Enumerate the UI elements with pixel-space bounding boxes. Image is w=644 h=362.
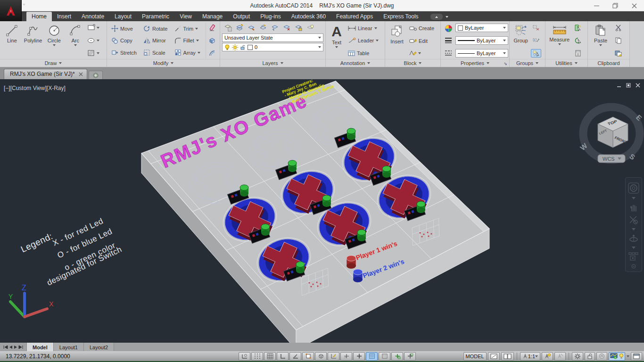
ribbon-tab-output[interactable]: Output (228, 12, 255, 21)
ellipse-button[interactable] (86, 36, 105, 45)
array-caret-icon[interactable] (198, 52, 200, 54)
table-button[interactable]: Table (347, 49, 380, 58)
layout2-tab[interactable]: Layout2 (84, 343, 114, 351)
ribbon-tab-view[interactable]: View (174, 12, 197, 21)
ribbon-minimize-button[interactable] (430, 14, 443, 20)
annotation-visibility-button[interactable] (542, 352, 553, 361)
pan-hand-icon[interactable] (629, 203, 638, 212)
navbar-caret-icon[interactable] (632, 197, 636, 199)
text-caret-icon[interactable] (335, 46, 338, 48)
fillet-button[interactable]: Fillet (173, 36, 204, 45)
clean-screen-button[interactable] (631, 352, 642, 361)
ortho-toggle[interactable] (277, 352, 289, 361)
minimize-button[interactable] (593, 3, 600, 8)
tray-caret-icon[interactable] (627, 355, 629, 357)
workspace-switching-button[interactable] (572, 352, 583, 361)
navigation-bar[interactable] (625, 177, 642, 272)
ribbon-tab-featured-apps[interactable]: Featured Apps (331, 12, 378, 21)
model-space-button[interactable]: MODEL (463, 352, 487, 361)
ucs-icon[interactable]: Y Z X (8, 284, 54, 317)
rectangle-caret-icon[interactable] (97, 27, 99, 29)
paste-special-button[interactable] (612, 49, 624, 58)
match-properties-button[interactable] (443, 24, 454, 33)
ribbon-minimize-caret-icon[interactable] (446, 16, 448, 18)
explode-button[interactable] (207, 36, 218, 45)
autocad-logo[interactable] (0, 0, 22, 21)
ribbon-tab-autodesk360[interactable]: Autodesk 360 (286, 12, 331, 21)
isolate-objects-button[interactable] (596, 352, 607, 361)
restore-button[interactable] (612, 3, 619, 8)
layer-isolate-button[interactable] (246, 23, 257, 33)
object-snap-toggle[interactable] (302, 352, 314, 361)
trim-button[interactable]: Trim (173, 24, 204, 33)
ungroup-button[interactable] (531, 24, 541, 32)
quick-properties-toggle[interactable] (391, 352, 403, 361)
object-snap-tracking-toggle[interactable] (328, 352, 339, 361)
dynamic-input-toggle[interactable] (353, 352, 365, 361)
ribbon-tab-express-tools[interactable]: Express Tools (378, 12, 423, 21)
group-edit-button[interactable] (531, 36, 541, 45)
selection-cycling-toggle[interactable] (404, 352, 416, 361)
orbit-icon[interactable] (629, 234, 638, 243)
navbar-caret-icon[interactable] (632, 247, 636, 249)
layer-lock-button[interactable] (293, 23, 304, 33)
snap-toggle[interactable] (251, 352, 263, 361)
arc-button[interactable]: Arc (65, 23, 85, 58)
hatch-button[interactable] (86, 49, 105, 58)
drawing-viewport[interactable]: [−] [Custom View] [X-Ray] (0, 79, 644, 343)
linetype-combo[interactable]: ByLayer (455, 49, 508, 58)
leader-button[interactable]: Leader (347, 36, 380, 45)
layer-freeze-button[interactable] (269, 23, 281, 33)
layer-bulb-button[interactable] (305, 23, 316, 33)
next-tab-arrow-icon[interactable] (14, 345, 17, 349)
hardware-acceleration-icon[interactable] (610, 353, 618, 359)
file-tab-close-icon[interactable] (79, 72, 83, 76)
file-tab-active[interactable]: RMJ's XO Game (Sir VJ)* (4, 69, 87, 79)
panel-label-utilities[interactable]: Utilities (545, 59, 587, 67)
logo-caret-icon[interactable] (23, 4, 25, 6)
ribbon-tab-manage[interactable]: Manage (197, 12, 228, 21)
lineweight-combo[interactable]: ByLayer (455, 36, 508, 45)
panel-label-layers[interactable]: Layers (220, 59, 325, 67)
insert-block-button[interactable]: Insert (387, 23, 407, 58)
ribbon-tab-insert[interactable]: Insert (52, 12, 76, 21)
layer-off-button[interactable] (281, 23, 292, 33)
measure-button[interactable]: Measure (547, 23, 571, 58)
panel-label-properties[interactable]: Properties⇘ (441, 59, 509, 67)
navigation-wheel-icon[interactable] (628, 182, 639, 194)
arc-caret-icon[interactable] (74, 44, 77, 46)
layer-unisolate-button[interactable] (257, 23, 269, 33)
showmotion-icon[interactable] (628, 252, 639, 261)
toolbar-lock-button[interactable] (585, 352, 595, 361)
linetype-tool-button[interactable] (443, 48, 454, 58)
edit-block-button[interactable]: Edit (408, 36, 436, 45)
quick-select-button[interactable] (572, 24, 584, 32)
panel-label-block[interactable]: Block (385, 59, 440, 67)
ribbon-tab-home[interactable]: Home (26, 12, 52, 21)
panel-label-modify[interactable]: Modify (107, 59, 220, 67)
layer-state-combo[interactable]: Unsaved Layer State (222, 33, 323, 42)
quick-view-layouts-button[interactable] (488, 352, 500, 361)
grid-toggle[interactable] (264, 352, 276, 361)
viewport-menu-control[interactable]: [−] (4, 85, 10, 91)
quick-view-drawings-button[interactable] (501, 352, 514, 361)
edit-attributes-caret-icon[interactable] (418, 52, 421, 54)
group-selection-button[interactable] (531, 49, 541, 58)
object-color-combo[interactable]: ByLayer (455, 24, 508, 32)
offset-button[interactable] (207, 49, 218, 58)
viewcube[interactable]: W S E TOP FRONT LEFT WCS (578, 107, 644, 163)
viewport-minimize-icon[interactable] (617, 83, 621, 88)
calculator-button[interactable] (572, 49, 584, 58)
viewport-close-icon[interactable] (636, 83, 640, 88)
model-space-canvas[interactable]: RMJ's XO Game Project Creators: - Mary J… (0, 79, 644, 343)
prev-tab-arrow-icon[interactable] (9, 345, 13, 349)
panel-label-draw[interactable]: Draw (0, 59, 107, 67)
copy-clip-button[interactable] (612, 36, 624, 45)
3d-object-snap-toggle[interactable] (315, 352, 327, 361)
ribbon-tab-layout[interactable]: Layout (109, 12, 137, 21)
tray-bulb-icon[interactable] (619, 353, 624, 359)
stretch-button[interactable]: Stretch (110, 48, 140, 57)
move-button[interactable]: Move (110, 24, 140, 33)
array-button[interactable]: Array (173, 48, 204, 57)
create-block-button[interactable]: Create (408, 24, 436, 33)
